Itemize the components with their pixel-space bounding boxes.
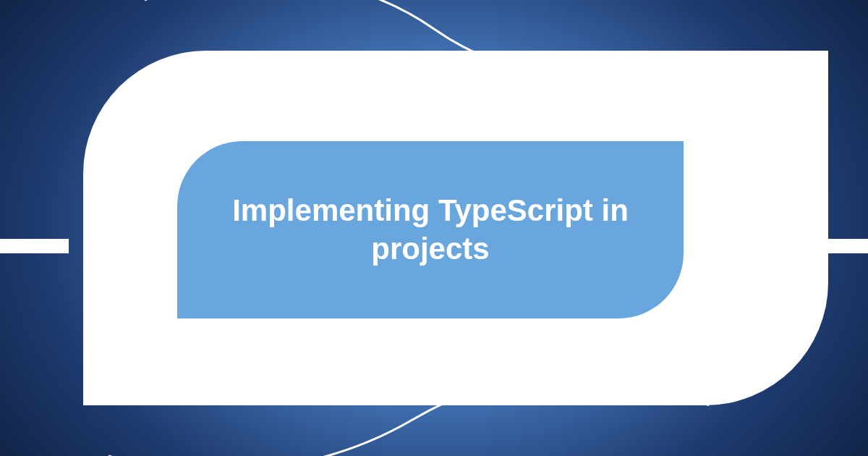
card-title: Implementing TypeScript in projects <box>221 192 640 268</box>
horizontal-bar-left <box>0 239 69 253</box>
horizontal-bar-right <box>828 239 868 253</box>
inner-card-shape: Implementing TypeScript in projects <box>177 141 684 318</box>
